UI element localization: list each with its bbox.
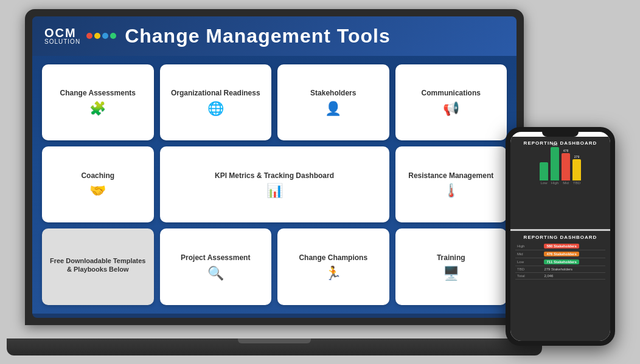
ocm-text: OCM (44, 27, 80, 39)
card-stakeholders-label: Stakeholders (310, 89, 356, 98)
badge-high: 580 Stakeholders (544, 244, 579, 249)
card-change-assessments-label: Change Assessments (60, 89, 136, 98)
table-label-tbd: TBD (515, 266, 542, 273)
table-row-low: Low 711 Stakeholders (515, 258, 605, 266)
card-change-champions[interactable]: Change Champions 🏃 (277, 228, 389, 304)
thermometer-icon: 🌡️ (443, 184, 459, 197)
card-project-assessment[interactable]: Project Assessment 🔍 (160, 228, 272, 304)
laptop-base (7, 338, 542, 355)
laptop-body: OCM SOLUTION Change Management Tools (25, 9, 524, 325)
ocm-logo: OCM SOLUTION (44, 27, 80, 45)
solution-text: SOLUTION (44, 39, 80, 45)
table-label-total: Total (515, 273, 542, 280)
dash-table: High 580 Stakeholders Mid 476 Stakeholde… (515, 242, 605, 280)
card-change-champions-label: Change Champions (299, 253, 367, 263)
card-org-readiness[interactable]: Organizational Readiness 🌐 (160, 64, 272, 140)
card-training[interactable]: Training 🖥️ (395, 228, 507, 304)
phone-body: REPORTING DASHBOARD Low 580 High 478 (506, 127, 615, 346)
chart-label-tbd: TBD (573, 181, 580, 185)
screen-header: OCM SOLUTION Change Management Tools (32, 16, 517, 56)
phone-dash-title-bottom: REPORTING DASHBOARD (515, 235, 605, 240)
search-icon: 🔍 (207, 267, 224, 280)
bar-group-low: Low (540, 162, 548, 185)
header-title: Change Management Tools (125, 25, 391, 47)
card-resistance[interactable]: Resistance Management 🌡️ (395, 146, 507, 222)
card-coaching[interactable]: Coaching 🤝 (42, 146, 154, 222)
phone-notch (542, 132, 579, 137)
badge-mid: 476 Stakeholders (544, 252, 579, 256)
card-templates-label: Free Downloadable Templates & Playbooks … (47, 256, 149, 274)
laptop-screen: OCM SOLUTION Change Management Tools (32, 16, 517, 318)
bar-low (540, 162, 548, 180)
coach-icon: 🤝 (89, 184, 106, 197)
dot-yellow (94, 33, 100, 39)
chart-label-low: Low (540, 181, 547, 185)
puzzle-icon: 🧩 (89, 102, 106, 115)
bar-group-mid: 478 Mid (562, 149, 570, 185)
laptop: OCM SOLUTION Change Management Tools (25, 9, 524, 355)
card-templates: Free Downloadable Templates & Playbooks … (42, 228, 154, 304)
bar-group-tbd: 279 TBD (572, 155, 581, 185)
chart-icon: 📊 (266, 184, 283, 197)
phone: REPORTING DASHBOARD Low 580 High 478 (506, 127, 615, 346)
card-coaching-label: Coaching (81, 171, 114, 181)
bar-value-high: 580 (552, 143, 557, 146)
megaphone-icon: 📢 (443, 102, 459, 115)
card-resistance-label: Resistance Management (408, 171, 493, 181)
bar-high (551, 147, 559, 180)
card-kpi-label: KPI Metrics & Tracking Dashboard (215, 171, 334, 181)
table-row-mid: Mid 476 Stakeholders (515, 250, 605, 258)
person-icon: 👤 (325, 102, 341, 115)
chart-label-mid: Mid (563, 181, 569, 185)
table-row-tbd: TBD 279 Stakeholders (515, 266, 605, 273)
card-org-readiness-label: Organizational Readiness (171, 89, 260, 98)
bar-group-high: 580 High (551, 143, 559, 185)
card-communications[interactable]: Communications 📢 (395, 64, 507, 140)
phone-dashboard-top: REPORTING DASHBOARD Low 580 High 478 (510, 137, 610, 229)
chart-label-high: High (551, 181, 558, 185)
screen-content: Change Assessments 🧩 Organizational Read… (32, 56, 517, 314)
bar-tbd (572, 159, 581, 180)
card-kpi-metrics[interactable]: KPI Metrics & Tracking Dashboard 📊 (160, 146, 389, 222)
presentation-icon: 🖥️ (443, 267, 459, 280)
card-change-assessments[interactable]: Change Assessments 🧩 (42, 64, 154, 140)
bar-chart: Low 580 High 478 Mid 279 (515, 148, 605, 185)
badge-low: 711 Stakeholders (544, 259, 579, 264)
person-run-icon: 🏃 (325, 267, 341, 280)
tools-grid: Change Assessments 🧩 Organizational Read… (42, 64, 507, 305)
globe-icon: 🌐 (207, 102, 224, 115)
table-label-low: Low (515, 258, 542, 266)
phone-dashboard-bottom: REPORTING DASHBOARD High 580 Stakeholder… (510, 231, 610, 341)
table-value-total: 2,046 (542, 273, 605, 280)
table-row-total: Total 2,046 (515, 273, 605, 280)
card-training-label: Training (437, 253, 465, 263)
dot-blue (102, 33, 108, 39)
card-communications-label: Communications (422, 89, 481, 98)
bar-mid (562, 153, 570, 180)
dot-red (86, 33, 92, 39)
bar-value-tbd: 279 (574, 155, 579, 159)
bar-value-mid: 478 (563, 149, 568, 153)
card-project-assessment-label: Project Assessment (181, 253, 250, 263)
table-label-high: High (515, 242, 542, 250)
table-label-mid: Mid (515, 250, 542, 258)
table-row-high: High 580 Stakeholders (515, 242, 605, 250)
card-stakeholders[interactable]: Stakeholders 👤 (277, 64, 389, 140)
logo-dots (86, 33, 116, 39)
table-value-tbd: 279 Stakeholders (542, 266, 605, 273)
phone-dash-title-top: REPORTING DASHBOARD (515, 140, 605, 146)
dot-green (110, 33, 116, 39)
phone-screen: REPORTING DASHBOARD Low 580 High 478 (510, 132, 610, 341)
